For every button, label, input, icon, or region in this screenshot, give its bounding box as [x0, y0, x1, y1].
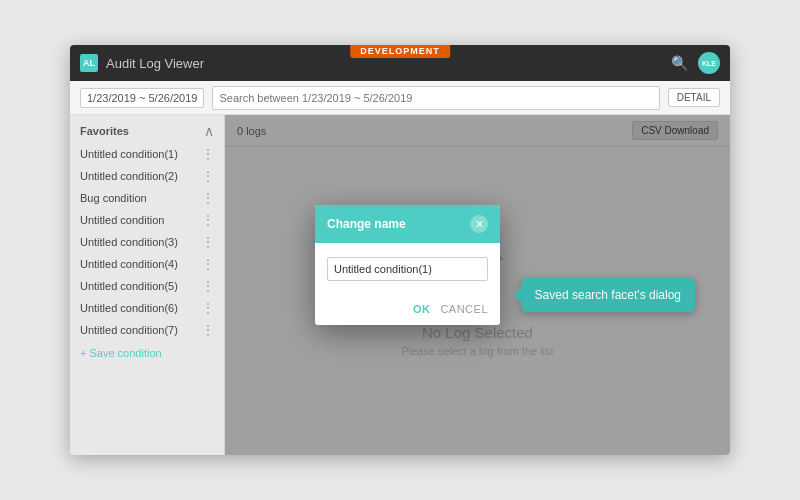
sidebar-item-label: Untitled condition(3) — [80, 236, 178, 248]
sidebar-item-label: Untitled condition(1) — [80, 148, 178, 160]
list-item[interactable]: Untitled condition(4) ⋮ — [70, 253, 224, 275]
tooltip-bubble: Saved search facet's dialog — [521, 278, 695, 312]
item-menu-icon[interactable]: ⋮ — [202, 301, 214, 315]
sidebar-item-label: Untitled condition — [80, 214, 164, 226]
item-menu-icon[interactable]: ⋮ — [202, 279, 214, 293]
content-panel: 0 logs CSV Download No Log Selected Plea… — [225, 115, 730, 455]
sidebar-item-label: Untitled condition(7) — [80, 324, 178, 336]
avatar: KLE — [698, 52, 720, 74]
item-menu-icon[interactable]: ⋮ — [202, 191, 214, 205]
sidebar-item-label: Untitled condition(5) — [80, 280, 178, 292]
dialog-body — [315, 243, 500, 295]
date-range[interactable]: 1/23/2019 ~ 5/26/2019 — [80, 88, 204, 108]
item-menu-icon[interactable]: ⋮ — [202, 147, 214, 161]
search-icon[interactable]: 🔍 — [671, 55, 688, 71]
dialog-close-button[interactable]: ✕ — [470, 215, 488, 233]
top-bar-right: 🔍 KLE — [671, 52, 720, 74]
search-input[interactable] — [219, 92, 652, 104]
dialog-ok-button[interactable]: OK — [413, 303, 431, 315]
list-item[interactable]: Bug condition ⋮ — [70, 187, 224, 209]
app-title: Audit Log Viewer — [106, 56, 204, 71]
favorites-header: Favorites ∧ — [70, 115, 224, 143]
favorites-toggle-icon[interactable]: ∧ — [204, 123, 214, 139]
list-item[interactable]: Untitled condition ⋮ — [70, 209, 224, 231]
item-menu-icon[interactable]: ⋮ — [202, 235, 214, 249]
item-menu-icon[interactable]: ⋮ — [202, 323, 214, 337]
item-menu-icon[interactable]: ⋮ — [202, 169, 214, 183]
change-name-dialog: Change name ✕ OK CANCEL — [315, 205, 500, 325]
list-item[interactable]: Untitled condition(2) ⋮ — [70, 165, 224, 187]
modal-overlay: Change name ✕ OK CANCEL — [225, 115, 730, 455]
item-menu-icon[interactable]: ⋮ — [202, 257, 214, 271]
sidebar-item-label: Untitled condition(6) — [80, 302, 178, 314]
sidebar: Favorites ∧ Untitled condition(1) ⋮ Unti… — [70, 115, 225, 455]
detail-button[interactable]: DETAIL — [668, 88, 720, 107]
list-item[interactable]: Untitled condition(5) ⋮ — [70, 275, 224, 297]
item-menu-icon[interactable]: ⋮ — [202, 213, 214, 227]
dialog-title: Change name — [327, 217, 406, 231]
list-item[interactable]: Untitled condition(1) ⋮ — [70, 143, 224, 165]
list-item[interactable]: Untitled condition(3) ⋮ — [70, 231, 224, 253]
save-condition-button[interactable]: + Save condition — [70, 341, 224, 365]
search-input-wrap — [212, 86, 659, 110]
list-item[interactable]: Untitled condition(7) ⋮ — [70, 319, 224, 341]
sidebar-item-label: Untitled condition(2) — [80, 170, 178, 182]
list-item[interactable]: Untitled condition(6) ⋮ — [70, 297, 224, 319]
top-bar: AL Audit Log Viewer DEVELOPMENT 🔍 KLE — [70, 45, 730, 81]
dialog-footer: OK CANCEL — [315, 295, 500, 325]
dialog-wrapper: Change name ✕ OK CANCEL — [315, 235, 500, 355]
close-icon: ✕ — [475, 218, 484, 231]
favorites-label: Favorites — [80, 125, 129, 137]
main-area: Favorites ∧ Untitled condition(1) ⋮ Unti… — [70, 115, 730, 455]
dev-badge: DEVELOPMENT — [350, 45, 450, 58]
sidebar-item-label: Untitled condition(4) — [80, 258, 178, 270]
sidebar-item-label: Bug condition — [80, 192, 147, 204]
search-bar: 1/23/2019 ~ 5/26/2019 DETAIL — [70, 81, 730, 115]
app-logo: AL — [80, 54, 98, 72]
dialog-header: Change name ✕ — [315, 205, 500, 243]
change-name-input[interactable] — [327, 257, 488, 281]
dialog-cancel-button[interactable]: CANCEL — [440, 303, 488, 315]
app-window: AL Audit Log Viewer DEVELOPMENT 🔍 KLE 1/… — [70, 45, 730, 455]
